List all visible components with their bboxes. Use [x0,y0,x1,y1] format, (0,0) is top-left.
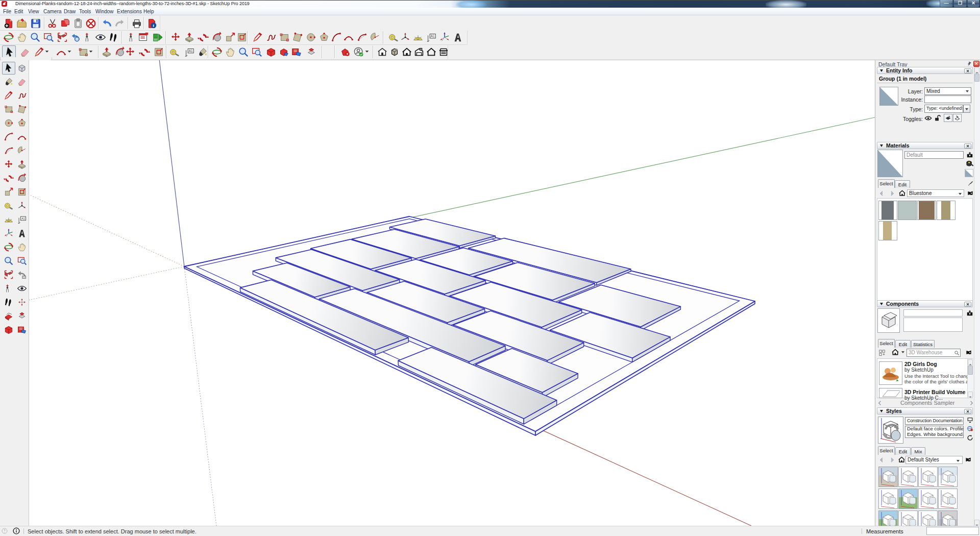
svg-text:A1: A1 [431,34,435,38]
svg-text:A1: A1 [21,217,25,220]
svg-text:A1: A1 [189,49,193,53]
